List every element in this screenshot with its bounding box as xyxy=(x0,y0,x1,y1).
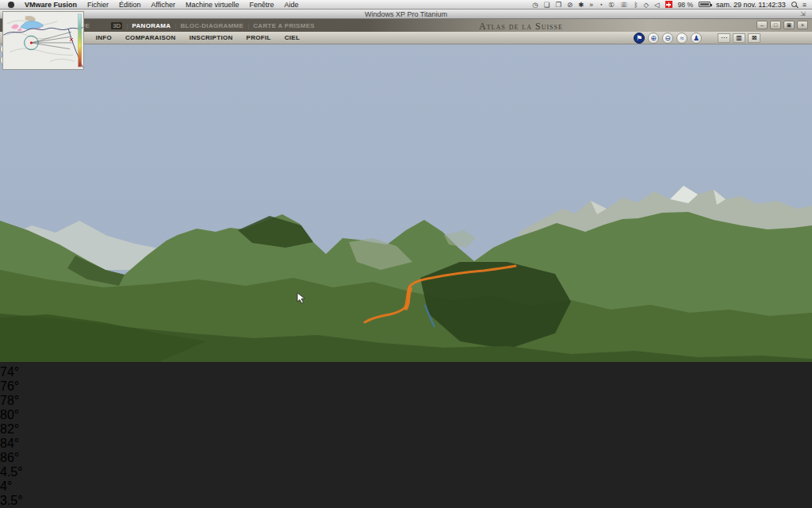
profile-tool-icon[interactable]: ≈ xyxy=(676,33,688,44)
restore-icon[interactable]: □ xyxy=(770,21,781,29)
menu-machine-virtuelle[interactable]: Machine virtuelle xyxy=(186,1,239,9)
menu-item-info[interactable]: INFO xyxy=(96,34,112,41)
zoom-out-tool-icon[interactable]: ⊖ xyxy=(662,33,673,44)
maximize-icon[interactable]: ▣ xyxy=(783,21,795,29)
tool-rect-buttons: ⋯▥⊠ xyxy=(718,33,760,43)
nav-panorama[interactable]: PANORAMA xyxy=(132,22,170,29)
menubar-status: ◷❏❐⊘✱»◔①☏ᛒ◇◁ 98 % sam. 29 nov. 11:42:33 … xyxy=(532,1,812,9)
degree-tick: 78° xyxy=(0,394,812,408)
tool-pager-buttons: «» xyxy=(0,44,812,66)
app-toolbar: LÉGENDEINDEXINFOCOMPARAISONINSCRIPTIONPR… xyxy=(0,32,812,44)
menu-fichier[interactable]: Fichier xyxy=(87,1,109,9)
app-titlebar: 2D| SUISSE| EUROPE 3D| PANORAMA| BLOC-DI… xyxy=(0,19,812,32)
elevation-ruler-labels: 4.5°4°3.5°3°2.5°2°1.5°1°0.5°-0°-0.5° xyxy=(0,465,812,508)
degree-tick: 76° xyxy=(0,379,812,394)
windows-menu-icon[interactable]: ❐ xyxy=(555,1,561,9)
degree-ruler: 74°76°78°80°82°84°86° xyxy=(0,365,812,465)
elevation-tick: 4.5° xyxy=(0,465,812,479)
degree-tick: 86° xyxy=(0,451,812,465)
battery-icon[interactable] xyxy=(699,2,710,7)
spotlight-icon[interactable] xyxy=(791,2,797,7)
minimize-icon[interactable]: – xyxy=(756,21,768,29)
macos-menubar: VMware FusionFichierÉditionAfficherMachi… xyxy=(0,0,812,10)
menubar-list-icon[interactable]: ≡ xyxy=(802,1,806,9)
dotted-view-icon[interactable]: ⋯ xyxy=(718,33,730,43)
airport-menu-icon[interactable]: ◇ xyxy=(644,1,649,9)
menu-fen-tre[interactable]: Fenêtre xyxy=(249,1,274,9)
spaces-menu-icon[interactable]: ✱ xyxy=(578,1,584,9)
universal-access-menu-icon[interactable]: ① xyxy=(608,1,615,9)
nav-carte-a-prismes[interactable]: CARTE A PRISMES xyxy=(253,22,315,29)
pan-flag-tool-icon[interactable]: ⚑ xyxy=(634,33,645,44)
eject-menu-icon[interactable]: ⊘ xyxy=(567,1,573,9)
degree-tick: 80° xyxy=(0,408,812,422)
degree-tick: 74° xyxy=(0,365,812,379)
close-icon[interactable]: × xyxy=(797,21,808,29)
elevation-tick: 3.5° xyxy=(0,494,812,508)
menu--dition[interactable]: Édition xyxy=(119,1,141,9)
menubar-menus: VMware FusionFichierÉditionAfficherMachi… xyxy=(0,1,299,9)
no-view-icon[interactable]: ⊠ xyxy=(748,33,760,43)
menu-vmware-fusion[interactable]: VMware Fusion xyxy=(25,1,77,9)
bluetooth-menu-icon[interactable]: ᛒ xyxy=(634,1,638,9)
modem-menu-icon[interactable]: ☏ xyxy=(620,1,629,9)
menu-item-comparaison[interactable]: COMPARAISON xyxy=(125,34,176,41)
viewpoint-tool-icon[interactable]: ♟ xyxy=(691,33,702,44)
nav-3d[interactable]: 3D xyxy=(111,22,122,29)
menu-afficher[interactable]: Afficher xyxy=(151,1,175,9)
panorama-view[interactable]: 74°76°78°80°82°84°86° 4.5°4°3.5°3°2.5°2°… xyxy=(0,0,812,508)
split-view-icon[interactable]: ▥ xyxy=(733,33,745,43)
menubar-clock[interactable]: sam. 29 nov. 11:42:33 xyxy=(716,1,786,9)
app-window-buttons: –□▣× xyxy=(756,21,808,29)
app-title: Atlas de la Suisse xyxy=(479,21,563,33)
vm-window-title: Windows XP Pro Titanium xyxy=(0,10,812,18)
menu-aide[interactable]: Aide xyxy=(284,1,298,9)
display-menu-icon[interactable]: ❏ xyxy=(544,1,550,9)
swiss-flag-input-icon[interactable] xyxy=(665,1,672,8)
forward-menu-icon[interactable]: » xyxy=(589,1,593,9)
nav-bloc-diagramme[interactable]: BLOC-DIAGRAMME xyxy=(180,22,243,29)
timemachine-menu-icon[interactable]: ◔ xyxy=(599,1,603,9)
tool-circle-buttons: ⚑⊕⊖≈♟ xyxy=(634,33,702,44)
degree-tick: 84° xyxy=(0,437,812,451)
vm-window-titlebar: Windows XP Pro Titanium ⇲ xyxy=(0,10,812,19)
zoom-in-tool-icon[interactable]: ⊕ xyxy=(648,33,659,44)
apple-menu-icon[interactable] xyxy=(8,2,14,8)
menu-item-ciel[interactable]: CIEL xyxy=(285,34,300,41)
menu-item-inscription[interactable]: INSCRIPTION xyxy=(190,34,233,41)
volume-menu-icon[interactable]: ◁ xyxy=(654,1,660,9)
menu-item-profil[interactable]: PROFIL xyxy=(247,34,271,41)
sync-menu-icon[interactable]: ◷ xyxy=(532,1,538,9)
reference-map[interactable] xyxy=(2,11,84,70)
degree-tick: 82° xyxy=(0,422,812,437)
battery-percent: 98 % xyxy=(678,1,693,9)
elevation-tick: 4° xyxy=(0,479,812,494)
